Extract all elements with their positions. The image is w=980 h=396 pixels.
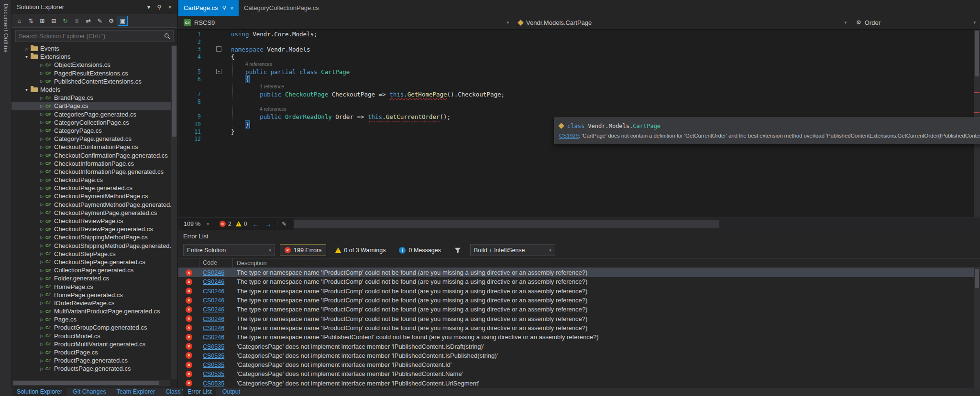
tree-item-productspage-generated-cs[interactable]: ▷C#ProductsPage.generated.cs [11, 364, 177, 373]
expand-arrow-icon[interactable]: ▷ [38, 227, 45, 232]
file-nesting-icon[interactable]: ≡ [72, 16, 82, 26]
error-row[interactable]: CS0246The type or namespace name 'IProdu… [178, 287, 980, 296]
expand-arrow-icon[interactable]: ▷ [38, 325, 45, 330]
tree-item-checkoutshippingmethodpage-generated[interactable]: ▷C#CheckoutShippingMethodPage.generated. [11, 242, 177, 250]
document-tab-categorycollectionpage-cs[interactable]: CategoryCollectionPage.cs [239, 0, 324, 16]
tree-item-extensions[interactable]: ▾Extensions [11, 53, 177, 61]
expand-arrow-icon[interactable]: ▷ [38, 96, 45, 100]
tree-item-checkoutpage-cs[interactable]: ▷C#CheckoutPage.cs [11, 176, 177, 184]
home-icon[interactable]: ⌂ [14, 16, 24, 26]
error-row[interactable]: CS0535'CategoriesPage' does not implemen… [178, 360, 980, 369]
edit-icon[interactable]: ✎ [95, 16, 105, 26]
tree-item-productpage-generated-cs[interactable]: ▷C#ProductPage.generated.cs [11, 356, 177, 364]
expand-arrow-icon[interactable]: ▷ [38, 71, 45, 75]
scope-filter-dropdown[interactable]: Entire Solution ▾ [183, 244, 275, 256]
tree-item-folder-generated-cs[interactable]: ▷C#Folder.generated.cs [11, 274, 177, 282]
search-input[interactable] [19, 33, 164, 40]
next-issue-button[interactable]: → [264, 220, 273, 228]
tree-item-checkoutpaymentmethodpage-cs[interactable]: ▷C#CheckoutPaymentMethodPage.cs [11, 192, 177, 200]
horizontal-scrollbar[interactable] [12, 380, 170, 386]
close-icon[interactable]: × [231, 5, 233, 11]
expand-arrow-icon[interactable]: ▷ [38, 178, 45, 182]
member-dropdown[interactable]: ⚙ Order ▾ [851, 16, 980, 29]
document-outline-tab[interactable]: Document Outline [2, 0, 9, 53]
tree-item-checkoutreviewpage-cs[interactable]: ▷C#CheckoutReviewPage.cs [11, 217, 177, 225]
document-tab-cartpage-cs[interactable]: CartPage.cs⚲× [178, 0, 239, 16]
filter-button[interactable] [450, 244, 465, 256]
error-row[interactable]: CS0246The type or namespace name 'IProdu… [178, 296, 980, 305]
expand-arrow-icon[interactable]: ▷ [38, 79, 45, 84]
tree-item-homepage-generated-cs[interactable]: ▷C#HomePage.generated.cs [11, 291, 177, 299]
error-row[interactable]: CS0246The type or namespace name 'IProdu… [178, 314, 980, 323]
expand-arrow-icon[interactable]: ▷ [38, 104, 45, 108]
error-row[interactable]: CS0246The type or namespace name 'IProdu… [178, 305, 980, 314]
tree-item-page-cs[interactable]: ▷C#Page.cs [11, 315, 177, 323]
pin-icon[interactable]: ⚲ [154, 2, 164, 12]
tree-item-checkoutsteppage-cs[interactable]: ▷C#CheckoutStepPage.cs [11, 250, 177, 258]
tree-item-checkoutconfirmationpage-generated-cs[interactable]: ▷C#CheckoutConfirmationPage.generated.cs [11, 151, 177, 159]
tree-item-collectionpage-generated-cs[interactable]: ▷C#CollectionPage.generated.cs [11, 266, 177, 274]
expand-arrow-icon[interactable]: ▷ [38, 259, 45, 264]
expand-arrow-icon[interactable]: ▷ [38, 284, 45, 289]
expand-arrow-icon[interactable]: ▷ [23, 46, 30, 51]
tree-item-checkoutsteppage-generated-cs[interactable]: ▷C#CheckoutStepPage.generated.cs [11, 258, 177, 266]
expand-arrow-icon[interactable]: ▷ [38, 153, 45, 158]
error-row[interactable]: CS0246The type or namespace name 'IPubli… [178, 332, 980, 342]
expand-arrow-icon[interactable]: ▷ [38, 292, 45, 297]
code-column-header[interactable]: Code [199, 258, 233, 268]
code-text[interactable]: public partial class CartPage [231, 68, 350, 75]
expand-arrow-icon[interactable]: ▷ [38, 251, 45, 256]
collapse-region-icon[interactable]: − [216, 69, 221, 74]
expand-arrow-icon[interactable]: ▷ [38, 350, 45, 355]
error-code-link[interactable]: CS0535 [203, 353, 224, 359]
error-row[interactable]: CS0535'CategoriesPage' does not implemen… [178, 342, 980, 351]
error-code-link[interactable]: CS0246 [203, 278, 224, 285]
preview-selected-items-icon[interactable]: ▣ [118, 16, 128, 26]
warnings-filter-button[interactable]: 0 of 3 Warnings [331, 244, 390, 256]
vertical-scrollbar[interactable] [171, 45, 177, 379]
tree-item-checkoutpaymentmethodpage-generated[interactable]: ▷C#CheckoutPaymentMethodPage.generated. [11, 201, 177, 209]
project-dropdown[interactable]: C# RSCS9 ▾ [178, 16, 513, 29]
error-code-link[interactable]: CS0535 [203, 362, 224, 368]
type-dropdown[interactable]: Vendr.Models.CartPage ▾ [513, 16, 851, 29]
tool-tab-error-list[interactable]: Error List [183, 388, 216, 396]
properties-icon[interactable]: ⚙ [106, 16, 116, 26]
expand-arrow-icon[interactable]: ▷ [38, 145, 45, 150]
collapse-region-icon[interactable]: − [216, 46, 221, 52]
codelens-references[interactable]: 4 references [260, 107, 286, 112]
error-code-link[interactable]: CS0246 [203, 306, 224, 313]
tree-item-checkoutreviewpage-generated-cs[interactable]: ▷C#CheckoutReviewPage.generated.cs [11, 225, 177, 233]
tree-item-objectextensions-cs[interactable]: ▷C#ObjectExtensions.cs [11, 61, 177, 69]
codelens-references[interactable]: 1 reference [260, 84, 284, 89]
tool-tab-git-changes[interactable]: Git Changes [68, 388, 110, 396]
expand-arrow-icon[interactable]: ▷ [38, 169, 45, 174]
expand-arrow-icon[interactable]: ▷ [38, 235, 45, 240]
zoom-select[interactable]: 109 % ▾ [182, 221, 210, 227]
tool-tab-solution-explorer[interactable]: Solution Explorer [12, 388, 66, 396]
scrollbar-thumb[interactable] [975, 269, 979, 288]
error-code-link[interactable]: CS0246 [203, 288, 224, 295]
code-text[interactable]: namespace Vendr.Models [231, 46, 310, 53]
code-text[interactable]: { [231, 53, 235, 60]
vertical-scrollbar[interactable] [974, 268, 980, 388]
expand-arrow-icon[interactable]: ▷ [38, 317, 45, 322]
expand-arrow-icon[interactable]: ▷ [38, 112, 45, 117]
expand-arrow-icon[interactable]: ▷ [38, 358, 45, 363]
tree-item-checkoutpaymentpage-generated-cs[interactable]: ▷C#CheckoutPaymentPage.generated.cs [11, 209, 177, 217]
error-code-link[interactable]: CS0246 [203, 334, 224, 341]
error-row[interactable]: CS0246The type or namespace name 'IProdu… [178, 268, 980, 277]
switch-views-icon[interactable]: ⇅ [26, 16, 36, 26]
messages-filter-button[interactable]: 0 Messages [395, 244, 445, 256]
error-row[interactable]: CS0246The type or namespace name 'IProdu… [178, 277, 980, 286]
tree-item-homepage-cs[interactable]: ▷C#HomePage.cs [11, 282, 177, 290]
severity-column-header[interactable] [178, 258, 199, 268]
tree-item-checkoutinformationpage-cs[interactable]: ▷C#CheckoutInformationPage.cs [11, 160, 177, 168]
tree-item-brandpage-cs[interactable]: ▷C#BrandPage.cs [11, 94, 177, 102]
tree-item-checkoutpage-generated-cs[interactable]: ▷C#CheckoutPage.generated.cs [11, 184, 177, 192]
tree-item-checkoutconfirmationpage-cs[interactable]: ▷C#CheckoutConfirmationPage.cs [11, 143, 177, 151]
code-text[interactable]: public OrderReadOnly Order => this.GetCu… [231, 113, 451, 120]
expand-arrow-icon[interactable]: ▷ [38, 210, 45, 215]
expand-arrow-icon[interactable]: ▷ [38, 202, 45, 207]
code-text[interactable]: using Vendr.Core.Models; [231, 31, 318, 38]
tree-item-iorderreviewpage-cs[interactable]: ▷C#IOrderReviewPage.cs [11, 299, 177, 307]
